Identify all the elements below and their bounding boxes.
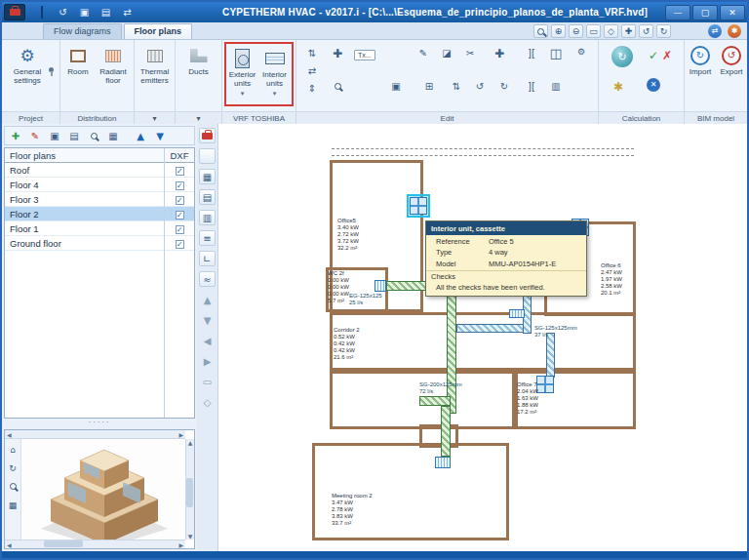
zoom-select-button[interactable] (330, 79, 345, 94)
rotate-left-button[interactable]: ↺ (472, 79, 488, 94)
copy-element-button[interactable]: ▣ (388, 79, 404, 94)
align-vertical-button[interactable]: ⇅ (449, 79, 464, 94)
minimize-button[interactable]: — (665, 5, 690, 20)
distribute-vertical-button[interactable]: ⇅ (304, 46, 320, 60)
supply-grille[interactable] (509, 309, 525, 318)
zoom-out-button[interactable]: ⊖ (569, 24, 583, 38)
ducts-button[interactable]: Ducts (182, 43, 216, 77)
preview-rotate-button[interactable]: ↻ (6, 461, 20, 474)
supply-duct-branch[interactable] (419, 396, 451, 406)
close-button[interactable]: ✕ (720, 5, 745, 20)
scroll-up-button[interactable]: ▲ (199, 292, 216, 307)
table-row-selected[interactable]: Floor 2 ✓ (5, 207, 194, 221)
move-up-button[interactable]: ▲ (133, 129, 148, 143)
supply-duct-meeting[interactable] (441, 406, 451, 457)
search-floor-button[interactable] (86, 129, 101, 143)
dxf-checkbox[interactable]: ✓ (176, 225, 184, 234)
table-row[interactable]: Floor 1 ✓ (5, 221, 194, 236)
print-button[interactable]: ▤ (99, 6, 113, 20)
copy-floor-button[interactable]: ▣ (47, 129, 62, 143)
scroll-left-button[interactable]: ◀ (199, 333, 216, 348)
refrigerant-duct-horizontal[interactable] (456, 324, 525, 333)
dxf-checkbox[interactable]: ✓ (176, 211, 184, 220)
scroll-right-icon[interactable]: ▶ (178, 430, 183, 438)
group-label-ducts[interactable]: ▾ (176, 111, 221, 124)
scroll-up-icon[interactable]: ▲ (186, 439, 194, 446)
tab-floor-plans[interactable]: Floor plans (124, 23, 193, 39)
redraw-button[interactable]: ↻ (656, 24, 671, 38)
justify-brackets-button[interactable]: ][ (524, 79, 539, 94)
angle-button[interactable]: ∟ (199, 251, 216, 266)
scroll-left-icon[interactable]: ◀ (7, 540, 12, 548)
edit-floor-button[interactable]: ✎ (27, 129, 43, 143)
list-button[interactable]: ≡ (199, 230, 216, 246)
toolbox-button[interactable] (199, 128, 216, 143)
dxf-checkbox[interactable]: ✓ (176, 167, 184, 176)
interior-unit-office7[interactable] (536, 376, 554, 393)
grid-button[interactable]: ▦ (199, 169, 216, 184)
add-floor-button[interactable]: ✚ (8, 129, 23, 143)
print-floor-button[interactable]: ▤ (66, 129, 82, 143)
previous-view-button[interactable]: ↺ (639, 24, 653, 38)
zoom-all-button[interactable]: ◇ (604, 24, 618, 38)
rotate-right-button[interactable]: ↻ (496, 79, 512, 94)
dxf-checkbox[interactable]: ✓ (176, 196, 184, 205)
scrollbar-thumb[interactable] (186, 478, 193, 507)
trim-button[interactable]: ✂ (462, 46, 478, 60)
export-button[interactable]: ↺ Export (718, 43, 745, 77)
room-button[interactable]: Room (61, 43, 95, 77)
interior-unit-office5[interactable] (410, 197, 427, 215)
transfer-button[interactable]: ⇄ (120, 6, 135, 20)
find-button[interactable] (533, 24, 548, 38)
erase-button[interactable]: ◪ (439, 46, 454, 60)
dxf-templates-button[interactable]: ▦ (105, 129, 121, 143)
table-button[interactable]: ▤ (199, 189, 216, 205)
preview-scrollbar-vertical[interactable]: ▲ ▼ (185, 439, 194, 540)
cancel-calculation-button[interactable]: ✕ (646, 77, 661, 92)
table-row[interactable]: Ground floor ✓ (5, 236, 194, 251)
preview-scrollbar-horizontal[interactable]: ◀ ▶ (5, 540, 185, 548)
edit-element-button[interactable]: ✎ (415, 46, 431, 60)
resize-button[interactable]: ⇕ (304, 81, 320, 96)
general-settings-button[interactable]: ⚙ General settings (3, 43, 52, 85)
text-button[interactable]: Tx... (353, 48, 376, 62)
help-button[interactable]: ✱ (728, 24, 741, 38)
preview-grid-button[interactable]: ▦ (6, 499, 20, 511)
3d-preview-viewport[interactable] (21, 439, 185, 540)
zoom-rect-button[interactable]: ▭ (199, 374, 216, 389)
scroll-right-icon[interactable]: ▶ (178, 540, 183, 548)
zoom-window-button[interactable]: ▭ (586, 24, 601, 38)
maximize-button[interactable]: ▢ (692, 5, 718, 20)
wand-button[interactable]: ✱ (611, 79, 626, 94)
table-row[interactable]: Roof ✓ (5, 163, 194, 178)
scroll-down-icon[interactable]: ▼ (186, 533, 194, 540)
zoom-fit-button[interactable]: ◇ (199, 394, 216, 410)
app-menu-button[interactable] (4, 4, 25, 20)
copy-button[interactable]: ▣ (77, 6, 92, 20)
group-label-emitters[interactable]: ▾ (135, 111, 175, 124)
undo-button[interactable]: ↺ (56, 6, 70, 20)
import-button[interactable]: ↻ Import (687, 43, 714, 77)
location-pin-icon[interactable] (49, 67, 54, 72)
scroll-right-button[interactable]: ▶ (199, 353, 216, 369)
ceiling-diffuser[interactable] (435, 457, 451, 468)
scrollbar-thumb[interactable] (44, 540, 83, 547)
preview-zoom-button[interactable] (6, 480, 20, 493)
pan-button[interactable]: ✚ (621, 24, 636, 38)
align-brackets-button[interactable]: ][ (524, 46, 539, 60)
radiant-floor-button[interactable]: Radiant floor (95, 43, 132, 85)
hatch-button[interactable]: ▥ (548, 79, 564, 94)
table-row[interactable]: Floor 4 ✓ (5, 178, 194, 192)
scroll-down-button[interactable]: ▼ (199, 312, 216, 328)
measure-button[interactable]: ⊞ (421, 79, 437, 94)
preview-home-button[interactable]: ⌂ (6, 443, 20, 456)
drawing-canvas[interactable]: Office5 3.40 kW 2.72 kW 3.72 kW 32.2 m² … (218, 124, 747, 551)
blank-layer-button[interactable] (199, 148, 216, 164)
dxf-checkbox[interactable]: ✓ (176, 240, 184, 249)
table-row[interactable]: Floor 3 ✓ (5, 192, 194, 207)
scroll-left-icon[interactable]: ◀ (7, 430, 12, 438)
calculate-button[interactable]: ↻ (611, 45, 634, 68)
extract-grille[interactable] (374, 280, 386, 292)
zoom-in-button[interactable]: ⊕ (551, 24, 566, 38)
edit-settings-icon[interactable]: ⚙ (573, 44, 589, 59)
